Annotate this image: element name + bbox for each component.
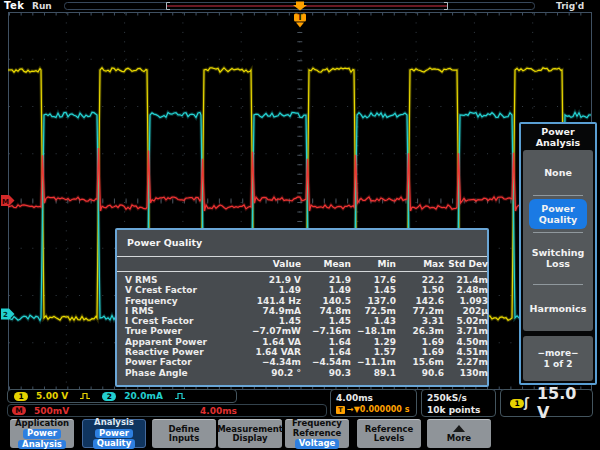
measurement-value: 140.5 xyxy=(301,296,351,306)
ch2-scale: 20.0mA xyxy=(124,391,163,401)
measurement-name: Apparent Power xyxy=(125,337,229,347)
button-label: Levels xyxy=(372,434,406,444)
ch1-coupling-icon xyxy=(80,392,90,400)
measurement-name: V Crest Factor xyxy=(125,285,229,295)
measurement-value: 74.9mA xyxy=(229,306,301,316)
menu-items: NonePower QualitySwitching LossHarmonics xyxy=(523,150,593,331)
measurement-name: Reactive Power xyxy=(125,347,229,357)
measurement-value: 1.64 xyxy=(301,337,351,347)
measurement-name: Power Factor xyxy=(125,357,229,367)
measurement-value: 1.50 xyxy=(396,285,444,295)
measurement-name: I Crest Factor xyxy=(125,316,229,326)
measurement-value: 3.31 xyxy=(396,316,444,326)
button-label: Power xyxy=(95,429,133,439)
table-row: Power Factor−4.34m−4.54m−11.1m15.6m2.27m xyxy=(125,357,487,367)
math-marker-label: M xyxy=(2,198,9,206)
measurement-value: −7.07mW xyxy=(229,326,301,336)
table-row: True Power−7.07mW−7.16m−18.1m26.3m3.71m xyxy=(125,326,487,336)
menu-button-measurement-display[interactable]: MeasurementDisplay xyxy=(218,419,282,448)
column-header: Std Dev xyxy=(444,259,488,269)
menu-separator xyxy=(533,195,583,196)
menu-button-define-inputs[interactable]: DefineInputs xyxy=(152,419,216,448)
measurement-value: −4.54m xyxy=(301,357,351,367)
column-header: Max xyxy=(396,259,444,269)
column-header: Value xyxy=(229,259,301,269)
measurement-value: 72.5m xyxy=(351,306,396,316)
table-row: V RMS21.9 V21.917.622.221.4m xyxy=(125,275,487,285)
more-label: −more− xyxy=(537,348,578,359)
horizontal-scale: 4.00ms xyxy=(336,392,411,404)
math-trace-glow xyxy=(8,148,591,211)
table-row: Frequency141.4 Hz140.5137.0142.61.093 xyxy=(125,296,487,306)
ch2-coupling-icon xyxy=(175,392,185,400)
table-header: ValueMeanMinMaxStd Dev xyxy=(117,256,487,272)
measurement-value: 4.51m xyxy=(444,347,488,357)
table-title: Power Quality xyxy=(117,230,487,256)
measurement-value: 77.2m xyxy=(396,306,444,316)
math-badge: M xyxy=(12,406,26,415)
measurement-value: 1.64 xyxy=(301,347,351,357)
acquisition-status: Run xyxy=(32,1,52,11)
menu-item-switching-loss[interactable]: Switching Loss xyxy=(523,232,593,284)
measurement-value: 1.64 VA xyxy=(229,337,301,347)
measurement-value: 1.49 xyxy=(301,285,351,295)
button-label: Reference xyxy=(291,429,344,439)
measurement-value: 1.45 xyxy=(351,285,396,295)
measurement-value: 1.69 xyxy=(396,347,444,357)
trigger-level: 15.0 V xyxy=(537,384,583,422)
measurement-value: 141.4 Hz xyxy=(229,296,301,306)
measurement-value: 1.45 xyxy=(301,316,351,326)
measurement-value: 5.02m xyxy=(444,316,488,326)
ch1-scale: 5.00 V xyxy=(36,391,68,401)
measurement-value: 15.6m xyxy=(396,357,444,367)
trigger-t-label: T xyxy=(297,13,303,22)
measurement-value: 1.64 VAR xyxy=(229,347,301,357)
measurement-name: V RMS xyxy=(125,275,229,285)
menu-more-button[interactable]: −more− 1 of 2 xyxy=(523,336,593,381)
trigger-source-badge: 1 xyxy=(510,399,524,408)
math-timebase: 4.00ms xyxy=(200,406,237,416)
measurement-value: 21.9 V xyxy=(229,275,301,285)
menu-button-more[interactable]: More xyxy=(427,419,491,448)
more-page: 1 of 2 xyxy=(544,359,573,370)
trigger-readout: 1 ʃ 15.0 V xyxy=(500,389,593,417)
menu-button-analysis[interactable]: AnalysisPowerQuality xyxy=(82,419,146,448)
acquisition-readout: 250kS/s 10k points xyxy=(421,389,496,417)
measurement-value: 90.2 ° xyxy=(229,368,301,378)
ch2-badge: 2 xyxy=(102,392,116,401)
menu-button-frequency-reference[interactable]: FrequencyReferenceVoltage xyxy=(285,419,349,448)
trigger-arrow-icon xyxy=(296,23,304,28)
trigger-status: Trig'd xyxy=(556,1,584,11)
button-label: More xyxy=(445,434,473,444)
measurement-value: 17.6 xyxy=(351,275,396,285)
measurement-value: 142.6 xyxy=(396,296,444,306)
measurement-value: 4.50m xyxy=(444,337,488,347)
trigger-position: →▼0.000000 s xyxy=(347,404,409,416)
measurement-value: 137.0 xyxy=(351,296,396,306)
menu-item-power-quality[interactable]: Power Quality xyxy=(529,199,587,229)
table-row: Reactive Power1.64 VAR1.641.571.694.51m xyxy=(125,347,487,357)
button-label: Application xyxy=(13,419,71,429)
measurement-name: I RMS xyxy=(125,306,229,316)
menu-button-reference-levels[interactable]: ReferenceLevels xyxy=(357,419,421,448)
measurement-value: −18.1m xyxy=(351,326,396,336)
menu-item-harmonics[interactable]: Harmonics xyxy=(523,285,593,331)
measurement-name: Phase Angle xyxy=(125,368,229,378)
menu-button-application[interactable]: ApplicationPowerAnalysis xyxy=(10,419,74,448)
measurement-value: 74.8m xyxy=(301,306,351,316)
measurement-name: True Power xyxy=(125,326,229,336)
record-length: 10k points xyxy=(427,404,490,416)
measurement-value: 202µ xyxy=(444,306,488,316)
measurement-value: 2.27m xyxy=(444,357,488,367)
measurement-value: 22.2 xyxy=(396,275,444,285)
measurement-value: 1.093 xyxy=(444,296,488,306)
sample-rate: 250kS/s xyxy=(427,392,490,404)
ch2-marker-label: 2 xyxy=(3,311,8,319)
measurement-value: 1.57 xyxy=(351,347,396,357)
math-readout: M 500mV 4.00ms xyxy=(7,404,327,417)
table-row: I Crest Factor1.451.451.433.315.02m xyxy=(125,316,487,326)
measurement-value: 1.43 xyxy=(351,316,396,326)
measurement-value: −11.1m xyxy=(351,357,396,367)
power-quality-table: Power Quality ValueMeanMinMaxStd Dev V R… xyxy=(115,228,489,387)
menu-item-none[interactable]: None xyxy=(523,150,593,195)
